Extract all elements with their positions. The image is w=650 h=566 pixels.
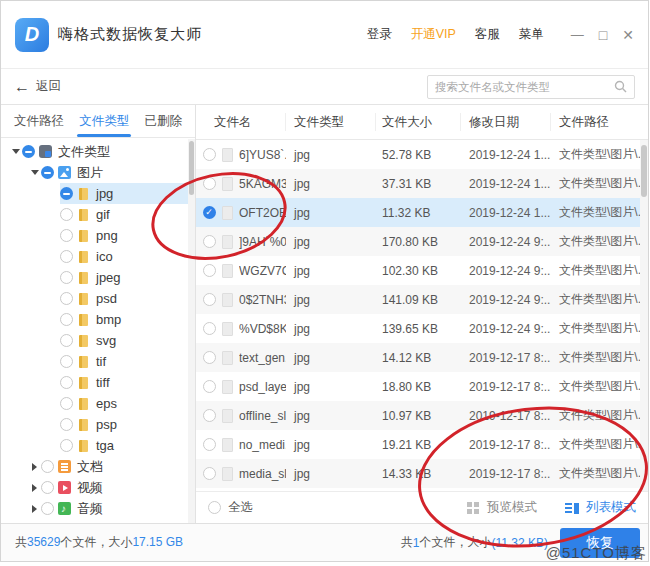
row-checkbox-icon[interactable]: [203, 264, 216, 277]
back-label: 返回: [36, 78, 61, 95]
row-checkbox-icon[interactable]: [203, 148, 216, 161]
sidebar-tab[interactable]: 已删除: [145, 105, 183, 137]
row-checkbox-icon[interactable]: [203, 467, 216, 480]
tree-item[interactable]: jpeg: [1, 267, 195, 288]
tree-checkbox-icon[interactable]: [60, 397, 73, 410]
column-header[interactable]: 文件路径: [551, 113, 640, 131]
expander-right-icon[interactable]: [28, 505, 41, 513]
tree-item[interactable]: svg: [1, 330, 195, 351]
tree-checkbox-icon[interactable]: [60, 271, 73, 284]
tree-item[interactable]: ico: [1, 246, 195, 267]
column-header[interactable]: 文件大小: [376, 113, 461, 131]
tree-checkbox-icon[interactable]: [60, 355, 73, 368]
tree-item[interactable]: tga: [1, 435, 195, 456]
tree-item[interactable]: 视频: [1, 477, 195, 498]
row-thumb-cell: [222, 293, 239, 307]
tree-item[interactable]: psp: [1, 414, 195, 435]
tree-item[interactable]: png: [1, 225, 195, 246]
table-row[interactable]: no_medi...jpg19.21 KB2019-12-17 8:...文件类…: [196, 430, 640, 459]
tree-checkbox-icon[interactable]: [60, 250, 73, 263]
table-row[interactable]: text_gen...jpg14.12 KB2019-12-17 8:...文件…: [196, 343, 640, 372]
table-row[interactable]: psd_layer...jpg18.80 KB2019-12-17 8:...文…: [196, 372, 640, 401]
back-button[interactable]: ← 返回: [14, 78, 61, 96]
tree-checkbox-partial-icon[interactable]: [60, 187, 73, 200]
tree-item[interactable]: tif: [1, 351, 195, 372]
tree-item[interactable]: 图片: [1, 162, 195, 183]
row-check-cell: ✓: [196, 206, 222, 219]
menu-link[interactable]: 菜单: [519, 26, 544, 43]
file-date: 2019-12-24 9:...: [461, 235, 551, 249]
table-row[interactable]: 5KAGM3...jpg37.31 KB2019-12-24 1...文件类型\…: [196, 169, 640, 198]
expander-down-icon[interactable]: [28, 170, 41, 175]
expander-right-icon[interactable]: [28, 463, 41, 471]
tree-checkbox-icon[interactable]: [60, 418, 73, 431]
tree-checkbox-icon[interactable]: [41, 481, 54, 494]
tree-item[interactable]: 文件类型: [1, 141, 195, 162]
tree-item[interactable]: gif: [1, 204, 195, 225]
row-checkbox-icon[interactable]: [203, 409, 216, 422]
tree-checkbox-icon[interactable]: [60, 313, 73, 326]
row-checkbox-icon[interactable]: [203, 235, 216, 248]
file-thumbnail: [222, 322, 233, 336]
tree-item[interactable]: 文档: [1, 456, 195, 477]
login-link[interactable]: 登录: [367, 26, 392, 43]
minimize-icon[interactable]: —: [571, 27, 584, 42]
customer-service-link[interactable]: 客服: [475, 26, 500, 43]
tree-item[interactable]: tiff: [1, 372, 195, 393]
row-thumb-cell: [222, 264, 239, 278]
sidebar-scrollbar[interactable]: [188, 139, 195, 523]
tree-item[interactable]: eps: [1, 393, 195, 414]
column-header[interactable]: 文件类型: [286, 113, 376, 131]
table-scrollbar[interactable]: [640, 140, 648, 491]
row-checkbox-icon[interactable]: [203, 380, 216, 393]
tree-item[interactable]: jpg: [1, 183, 195, 204]
tree-checkbox-icon[interactable]: [60, 439, 73, 452]
vip-link[interactable]: 开通VIP: [411, 26, 456, 43]
tree-checkbox-partial-icon[interactable]: [41, 166, 54, 179]
tree-checkbox-icon[interactable]: [60, 292, 73, 305]
select-all-circle-icon[interactable]: [208, 501, 221, 514]
table-row[interactable]: offline_sl...jpg10.97 KB2019-12-17 8:...…: [196, 401, 640, 430]
table-row[interactable]: 0$2TNH3...jpg141.09 KB2019-12-24 9:...文件…: [196, 285, 640, 314]
tree-item[interactable]: psd: [1, 288, 195, 309]
tree-checkbox-icon[interactable]: [41, 502, 54, 515]
row-checkbox-icon[interactable]: [203, 293, 216, 306]
table-scrollbar-thumb[interactable]: [641, 145, 647, 197]
table-row[interactable]: 6]YUS8`...jpg52.78 KB2019-12-24 1...文件类型…: [196, 140, 640, 169]
row-checkbox-icon[interactable]: [203, 322, 216, 335]
table-row[interactable]: ✓OFT2OE2...jpg11.32 KB2019-12-24 1...文件类…: [196, 198, 640, 227]
table-row[interactable]: %VD$8K...jpg139.65 KB2019-12-24 9:...文件类…: [196, 314, 640, 343]
tree-checkbox-icon[interactable]: [60, 208, 73, 221]
tree-checkbox-partial-icon[interactable]: [22, 145, 35, 158]
row-checkbox-icon[interactable]: [203, 177, 216, 190]
search-input[interactable]: [435, 81, 614, 93]
row-checkbox-icon[interactable]: [203, 351, 216, 364]
table-row[interactable]: WGZV7G...jpg102.30 KB2019-12-24 9:...文件类…: [196, 256, 640, 285]
column-header[interactable]: 修改日期: [461, 113, 551, 131]
select-all-checkbox[interactable]: 全选: [208, 499, 253, 516]
list-mode-button[interactable]: 列表模式: [565, 499, 636, 516]
tree-checkbox-icon[interactable]: [60, 376, 73, 389]
table-row[interactable]: media_sli...jpg14.33 KB2019-12-17 8:...文…: [196, 459, 640, 488]
file-size: 52.78 KB: [376, 148, 461, 162]
maximize-icon[interactable]: □: [599, 27, 607, 43]
sidebar-tab[interactable]: 文件路径: [14, 105, 64, 137]
app-title: 嗨格式数据恢复大师: [58, 25, 202, 44]
expander-right-icon[interactable]: [28, 484, 41, 492]
row-checkbox-checked-icon[interactable]: ✓: [203, 206, 216, 219]
sidebar-tab[interactable]: 文件类型: [79, 105, 129, 137]
expander-down-icon[interactable]: [9, 149, 22, 154]
tree-checkbox-icon[interactable]: [60, 334, 73, 347]
tree-checkbox-icon[interactable]: [41, 460, 54, 473]
preview-mode-button[interactable]: 预览模式: [467, 499, 537, 516]
tree-item[interactable]: bmp: [1, 309, 195, 330]
toolbar: ← 返回: [1, 69, 648, 105]
tree-checkbox-icon[interactable]: [60, 229, 73, 242]
sidebar-scrollbar-thumb[interactable]: [189, 141, 194, 195]
column-header[interactable]: 文件名: [196, 113, 286, 131]
table-row[interactable]: ]9AH`%0...jpg170.80 KB2019-12-24 9:...文件…: [196, 227, 640, 256]
file-path: 文件类型\图片\...: [551, 291, 640, 308]
tree-item[interactable]: 音频: [1, 498, 195, 519]
close-icon[interactable]: ✕: [622, 27, 634, 43]
row-checkbox-icon[interactable]: [203, 438, 216, 451]
